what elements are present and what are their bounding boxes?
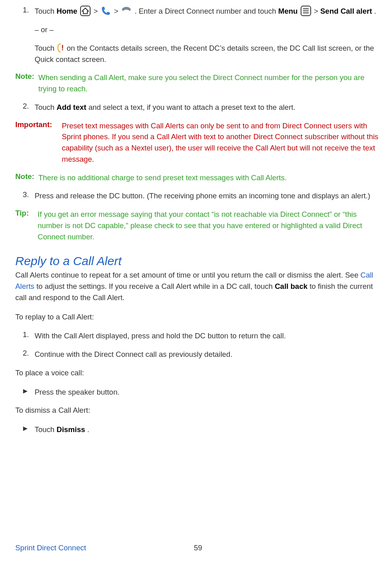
menu-icon — [301, 6, 311, 16]
step-3-body: Press and release the DC button. (The re… — [35, 190, 381, 202]
dismiss-label: Dismiss — [57, 425, 85, 434]
note-1: Note: When sending a Call Alert, make su… — [15, 72, 381, 95]
step-2-body: Touch Add text and select a text, if you… — [35, 102, 381, 113]
send-call-alert-label: Send Call alert — [320, 7, 372, 15]
arrow-bullet: ► — [15, 387, 35, 395]
text: Touch — [35, 7, 57, 15]
step-number: 1. — [15, 330, 35, 339]
home-icon — [80, 6, 91, 16]
call-alert-icon: ! — [58, 43, 64, 52]
note-2: Note: There is no additional charge to s… — [15, 172, 381, 183]
text: . Enter a Direct Connect number and touc… — [134, 7, 278, 15]
section-heading: Reply to a Call Alert — [15, 254, 381, 268]
intro-paragraph: Call Alerts continue to repeat for a set… — [15, 270, 381, 303]
text: and select a text, if you want to attach… — [89, 103, 295, 111]
step-body: With the Call Alert displayed, press and… — [35, 330, 381, 342]
text: > — [314, 7, 320, 15]
add-text-label: Add text — [57, 103, 87, 111]
phone-icon — [101, 6, 111, 16]
home-label: Home — [57, 7, 77, 15]
step-3-number: 3. — [15, 190, 35, 199]
step-1b: Touch ! on the Contacts details screen, … — [35, 43, 381, 65]
text: Touch — [35, 44, 57, 52]
tip: Tip: If you get an error message saying … — [15, 209, 381, 242]
step-2: 2. Touch Add text and select a text, if … — [15, 102, 381, 113]
note-body: There is no additional charge to send pr… — [38, 172, 381, 183]
text: Touch — [35, 425, 57, 434]
step-1: 1. Touch Home > > . Enter a Direct Conne… — [15, 6, 381, 17]
text: Call Alerts continue to repeat for a set… — [15, 271, 361, 279]
handset-icon — [121, 6, 132, 16]
page-number: 59 — [194, 543, 202, 552]
replay-step-2: 2. Continue with the Direct Connect call… — [15, 349, 381, 360]
dismiss-step-1: ► Touch Dismiss . — [15, 424, 381, 435]
note-label: Note: — [15, 172, 38, 181]
step-2-number: 2. — [15, 102, 35, 111]
text: . — [374, 7, 376, 15]
text: to adjust the settings. If you receive a… — [36, 282, 274, 290]
tip-body: If you get an error message saying that … — [38, 209, 381, 242]
step-1-body: Touch Home > > . Enter a Direct Connect … — [35, 6, 381, 17]
note-body: When sending a Call Alert, make sure you… — [38, 72, 381, 95]
text: . — [87, 425, 89, 434]
step-number: 2. — [15, 349, 35, 358]
footer-section: Sprint Direct Connect — [15, 543, 86, 552]
dismiss-heading: To dismiss a Call Alert: — [15, 405, 381, 416]
tip-label: Tip: — [15, 209, 38, 218]
step-body: Touch Dismiss . — [35, 424, 381, 435]
voice-heading: To place a voice call: — [15, 367, 381, 379]
call-back-label: Call back — [275, 282, 307, 290]
text: on the Contacts details screen, the Rece… — [35, 44, 374, 64]
text: > — [93, 7, 100, 15]
step-3: 3. Press and release the DC button. (The… — [15, 190, 381, 202]
text: Touch — [35, 103, 57, 111]
important-body: Preset text messages with Call Alerts ca… — [62, 120, 381, 165]
page-root: { "step1": { "num": "1.", "t1": "Touch "… — [0, 0, 392, 562]
step-body: Press the speaker button. — [35, 387, 381, 398]
text: > — [114, 7, 120, 15]
or-text: – or – — [35, 24, 381, 35]
menu-label: Menu — [278, 7, 297, 15]
page-footer: Sprint Direct Connect 59 — [15, 543, 381, 552]
replay-step-1: 1. With the Call Alert displayed, press … — [15, 330, 381, 342]
note-label: Note: — [15, 72, 38, 81]
step-body: Continue with the Direct Connect call as… — [35, 349, 381, 360]
step-1-number: 1. — [15, 6, 35, 14]
important: Important: Preset text messages with Cal… — [15, 120, 381, 165]
arrow-bullet: ► — [15, 424, 35, 433]
voice-step-1: ► Press the speaker button. — [15, 387, 381, 398]
replay-heading: To replay to a Call Alert: — [15, 311, 381, 323]
important-label: Important: — [15, 120, 62, 129]
